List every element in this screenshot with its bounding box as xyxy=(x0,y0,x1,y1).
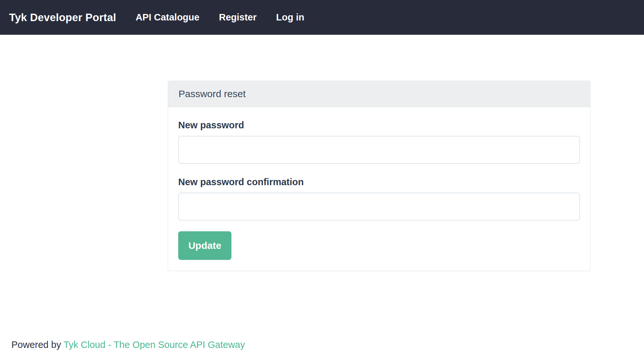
footer: Powered by Tyk Cloud - The Open Source A… xyxy=(11,339,644,350)
new-password-confirmation-input[interactable] xyxy=(178,193,580,221)
new-password-confirmation-group: New password confirmation xyxy=(178,177,580,221)
navbar-links: API Catalogue Register Log in xyxy=(126,12,314,23)
password-reset-card: Password reset New password New password… xyxy=(168,81,590,271)
top-navbar: Tyk Developer Portal API Catalogue Regis… xyxy=(0,0,644,35)
new-password-confirmation-label: New password confirmation xyxy=(178,177,580,187)
new-password-group: New password xyxy=(178,120,580,164)
nav-link-register[interactable]: Register xyxy=(209,12,266,23)
new-password-input[interactable] xyxy=(178,136,580,164)
card-title: Password reset xyxy=(168,81,590,107)
footer-tyk-cloud-link[interactable]: Tyk Cloud - The Open Source API Gateway xyxy=(64,339,245,350)
navbar-brand[interactable]: Tyk Developer Portal xyxy=(9,11,116,24)
nav-link-api-catalogue[interactable]: API Catalogue xyxy=(126,12,209,23)
password-reset-form: New password New password confirmation U… xyxy=(168,107,590,271)
footer-powered-by-text: Powered by xyxy=(11,339,64,350)
update-button[interactable]: Update xyxy=(178,231,231,260)
new-password-label: New password xyxy=(178,120,580,130)
nav-link-log-in[interactable]: Log in xyxy=(266,12,314,23)
